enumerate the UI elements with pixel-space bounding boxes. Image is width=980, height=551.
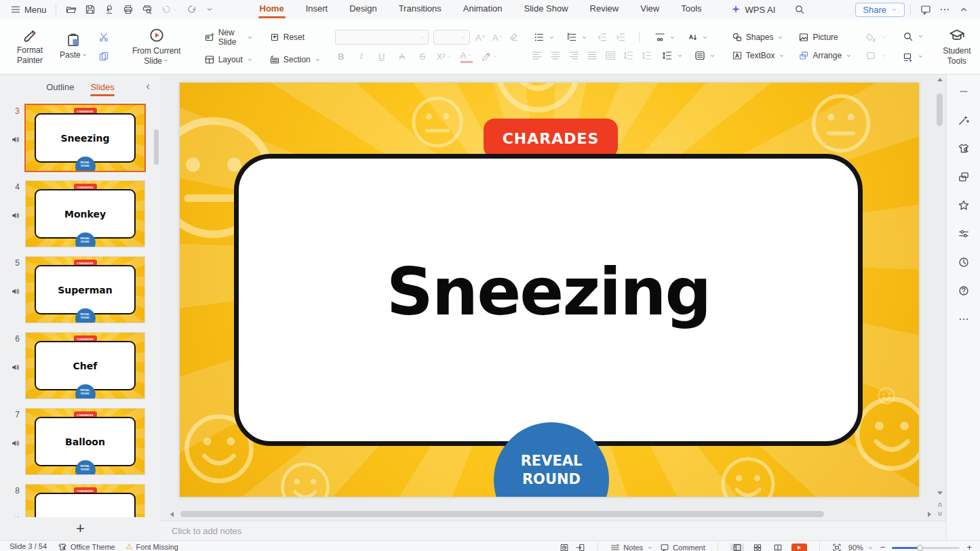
previous-slide-icon[interactable]: [936, 500, 944, 508]
text-align-box-button[interactable]: [692, 49, 718, 62]
normal-view-button[interactable]: [730, 544, 744, 551]
wps-ai-button[interactable]: WPS AI: [725, 4, 781, 15]
layout-button[interactable]: Layout: [202, 54, 255, 66]
slide-sorter-view-button[interactable]: [751, 544, 764, 551]
superscript-button[interactable]: X²: [437, 49, 452, 63]
menu-tab-design[interactable]: Design: [338, 0, 387, 19]
slide-canvas[interactable]: CHARADES Sneezing REVEAL ROUND: [180, 83, 919, 497]
slide-library-button[interactable]: [955, 168, 973, 186]
decrease-font-button[interactable]: A⁻: [492, 30, 504, 44]
zoom-slider[interactable]: [892, 547, 960, 549]
notes-toggle[interactable]: Notes: [610, 543, 653, 551]
slideshow-settings-button[interactable]: [901, 51, 926, 63]
line-spacing-increase-icon[interactable]: [623, 50, 634, 61]
reset-button[interactable]: Reset: [267, 27, 323, 47]
fit-slide-icon[interactable]: [832, 543, 842, 551]
next-slide-icon[interactable]: [936, 510, 944, 518]
redo-button[interactable]: [182, 1, 201, 18]
notes-input[interactable]: Click to add notes: [172, 526, 241, 536]
section-button[interactable]: Section: [267, 54, 323, 66]
rehearse-timer-icon[interactable]: [560, 543, 569, 551]
slide-thumbnail[interactable]: CHARADES Superman REVEAL ROUND: [26, 257, 144, 323]
comments-button[interactable]: [916, 1, 935, 18]
shape-fill-button[interactable]: [863, 31, 888, 43]
menu-tab-tools[interactable]: Tools: [670, 0, 712, 19]
slideshow-play-button[interactable]: [791, 544, 807, 551]
justify-icon[interactable]: [587, 50, 597, 61]
speaker-audio-icon[interactable]: [11, 363, 20, 372]
rail-more-button[interactable]: [955, 310, 973, 328]
clear-format-eraser-icon[interactable]: [509, 32, 520, 43]
menu-tab-transitions[interactable]: Transitions: [388, 0, 452, 19]
menu-tab-home[interactable]: Home: [249, 0, 295, 19]
menu-tab-review[interactable]: Review: [579, 0, 630, 19]
shapes-button[interactable]: Shapes: [730, 31, 787, 43]
speaker-audio-icon[interactable]: [11, 135, 20, 144]
quick-access-dropdown[interactable]: [201, 1, 218, 18]
effects-button[interactable]: [955, 197, 973, 214]
slide-thumbnail[interactable]: CHARADES REVEAL ROUND: [26, 485, 144, 517]
collapse-ribbon-button[interactable]: [954, 1, 973, 18]
slide-thumbnail[interactable]: CHARADES Chef REVEAL ROUND: [26, 333, 144, 399]
menu-tab-slide-show[interactable]: Slide Show: [513, 0, 579, 19]
decrease-indent-icon[interactable]: [597, 32, 608, 43]
scroll-up-arrow[interactable]: [935, 76, 944, 83]
font-color-button[interactable]: A: [460, 49, 473, 63]
tab-outline[interactable]: Outline: [41, 78, 79, 96]
slide-card[interactable]: Sneezing: [234, 154, 863, 446]
horizontal-scrollbar[interactable]: [170, 510, 931, 518]
share-button[interactable]: Share: [855, 3, 905, 17]
bold-button[interactable]: B: [335, 49, 347, 63]
history-button[interactable]: [955, 253, 973, 271]
more-options-button[interactable]: [935, 1, 954, 18]
zoom-level[interactable]: 90%: [848, 544, 874, 551]
scroll-right-arrow[interactable]: [928, 512, 931, 517]
reading-view-button[interactable]: [771, 544, 785, 551]
underline-button[interactable]: U: [376, 49, 388, 63]
find-replace-button[interactable]: [901, 30, 926, 43]
character-spacing-button[interactable]: [652, 31, 678, 43]
slide-thumbnail[interactable]: CHARADES Balloon REVEAL ROUND: [26, 409, 144, 474]
copy-button[interactable]: [96, 50, 111, 62]
scroll-left-arrow[interactable]: [170, 512, 174, 517]
format-painter-button[interactable]: Format Painter: [9, 26, 51, 67]
comment-toggle[interactable]: Comment: [660, 543, 705, 551]
speaker-audio-icon[interactable]: [11, 438, 20, 448]
font-name-combobox[interactable]: [335, 30, 429, 45]
charades-badge[interactable]: CHARADES: [484, 119, 618, 158]
tab-slides[interactable]: Slides: [85, 78, 119, 96]
font-size-combobox[interactable]: [433, 30, 470, 45]
char-strike-button[interactable]: A: [396, 49, 408, 63]
increase-indent-icon[interactable]: [615, 32, 626, 43]
design-skin-button[interactable]: [955, 140, 973, 157]
menu-tab-animation[interactable]: Animation: [452, 0, 513, 19]
open-file-button[interactable]: [62, 1, 81, 18]
textbox-button[interactable]: TextBox: [730, 49, 787, 62]
output-button[interactable]: [100, 1, 119, 18]
save-button[interactable]: [81, 1, 100, 18]
highlight-color-button[interactable]: [481, 49, 498, 63]
print-button[interactable]: [119, 1, 138, 18]
speaker-audio-icon[interactable]: [11, 514, 20, 517]
zoom-slider-handle[interactable]: [917, 545, 923, 551]
paste-button[interactable]: Paste: [55, 30, 92, 62]
menu-tab-insert[interactable]: Insert: [295, 0, 339, 19]
speaker-audio-icon[interactable]: [11, 211, 20, 220]
text-direction-button[interactable]: [685, 31, 710, 43]
numbering-button[interactable]: [564, 31, 589, 43]
object-properties-button[interactable]: [955, 225, 973, 243]
menu-button[interactable]: Menu: [7, 1, 50, 18]
add-slide-button[interactable]: +: [66, 521, 94, 536]
horizontal-scrollbar-track[interactable]: [176, 511, 925, 517]
student-tools-button[interactable]: Student Tools: [938, 25, 975, 68]
align-right-icon[interactable]: [568, 50, 579, 61]
collapse-rail-button[interactable]: [955, 83, 973, 100]
distribute-text-icon[interactable]: [605, 50, 616, 61]
bullets-button[interactable]: [532, 31, 557, 43]
strikethrough-button[interactable]: S: [416, 49, 429, 63]
collapse-panel-icon[interactable]: [143, 82, 153, 91]
start-from-current-icon[interactable]: [576, 543, 585, 551]
vertical-scrollbar-thumb[interactable]: [937, 94, 943, 126]
align-left-icon[interactable]: [532, 50, 543, 61]
ai-assistant-button[interactable]: [955, 111, 973, 129]
